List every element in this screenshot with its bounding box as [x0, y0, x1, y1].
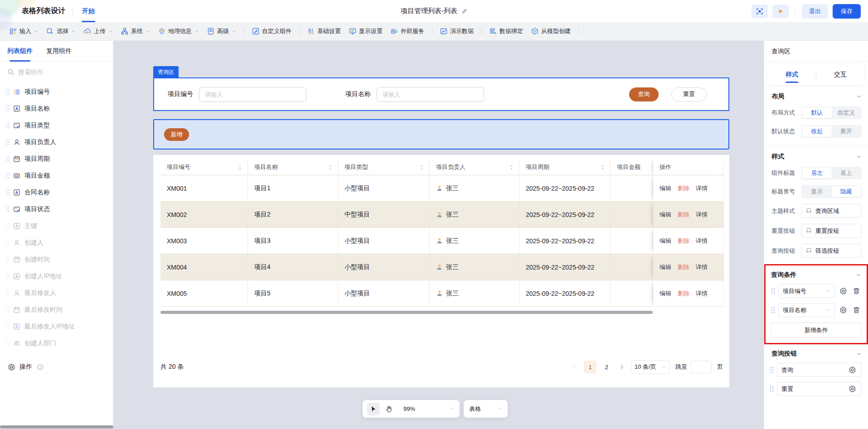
add-button[interactable]: 新增 [164, 128, 189, 141]
toolbar-item-custom-component[interactable]: 自定义组件 [248, 24, 296, 38]
sidebar-item[interactable]: 项目类型 [0, 117, 113, 134]
reset-button-style-picker[interactable]: 重置按钮 [801, 224, 862, 238]
query-button[interactable]: 查询 [629, 87, 659, 101]
segment-show[interactable]: 显示 [802, 186, 832, 197]
sidebar-item-actions[interactable]: 操作 [0, 358, 113, 376]
page-button-2[interactable]: 2 [600, 361, 613, 373]
delete-link[interactable]: 删除 [678, 289, 689, 298]
condition-delete-button[interactable] [851, 305, 861, 315]
condition-field-select[interactable]: 项目编号 [778, 284, 835, 298]
edit-link[interactable]: 编辑 [659, 184, 671, 193]
pan-tool-button[interactable] [383, 403, 395, 415]
segment-custom[interactable]: 自定义 [832, 107, 861, 118]
segment-default[interactable]: 默认 [802, 107, 832, 118]
detail-link[interactable]: 详情 [696, 263, 708, 271]
drag-handle-icon[interactable] [770, 386, 774, 392]
edit-link[interactable]: 编辑 [659, 263, 671, 271]
tab-style[interactable]: 样式 [768, 64, 816, 85]
theme-style-picker[interactable]: 查询区域 [801, 204, 862, 218]
sidebar-item[interactable]: 项目状态 [0, 201, 113, 217]
toolbar-item-external-service[interactable]: 外部服务 [387, 24, 428, 38]
query-button-style-picker[interactable]: 筛选按钮 [801, 244, 862, 258]
prev-page-button[interactable] [569, 362, 580, 372]
app-logo-grid-icon[interactable] [7, 6, 17, 16]
button-settings-button[interactable] [847, 365, 857, 375]
column-header[interactable]: 项目周期 [519, 159, 611, 175]
component-switcher[interactable]: 表格 [464, 400, 508, 418]
next-page-button[interactable] [616, 362, 627, 372]
column-header[interactable]: 项目金额 [611, 159, 653, 175]
column-header[interactable]: 项目负责人 [430, 159, 519, 175]
toolbar-item-demo-data[interactable]: 演示数据 [436, 24, 478, 38]
chevron-down-icon[interactable] [856, 272, 861, 278]
project-code-input[interactable] [199, 87, 306, 102]
tab-reusable-components[interactable]: 复用组件 [46, 41, 72, 62]
toolbar-item-from-model[interactable]: 从模型创建 [527, 24, 575, 38]
sidebar-item[interactable]: 合同名称 [0, 184, 113, 201]
run-preview-button[interactable] [772, 5, 789, 18]
fullscreen-preview-button[interactable] [752, 5, 768, 18]
column-header[interactable]: 项目类型 [338, 159, 430, 175]
chevron-down-icon[interactable] [856, 94, 862, 99]
segment-left[interactable]: 居左 [802, 168, 832, 178]
action-bar[interactable]: 新增 [153, 119, 729, 149]
drag-handle-icon[interactable] [771, 307, 775, 313]
page-button-1[interactable]: 1 [584, 361, 596, 373]
info-icon[interactable] [37, 364, 44, 371]
page-horizontal-scrollbar[interactable] [0, 425, 113, 429]
condition-delete-button[interactable] [851, 286, 861, 296]
detail-link[interactable]: 详情 [696, 237, 708, 245]
page-size-select[interactable]: 10 条/页 [631, 360, 670, 374]
column-header[interactable]: 项目编号 [160, 159, 248, 175]
toolbar-item-system[interactable]: 系统 [117, 24, 154, 38]
toolbar-item-geo[interactable]: 地理信息 [154, 24, 203, 38]
sort-icon[interactable] [600, 164, 606, 170]
toolbar-item-input[interactable]: 输入 [5, 24, 43, 38]
edit-link[interactable]: 编辑 [659, 237, 671, 245]
condition-settings-button[interactable] [838, 286, 848, 296]
sort-icon[interactable] [237, 164, 243, 170]
delete-link[interactable]: 删除 [678, 211, 689, 219]
chevron-down-icon[interactable] [856, 351, 862, 357]
sidebar-item[interactable]: 项目周期 [0, 150, 113, 167]
add-condition-button[interactable]: 新增条件 [771, 323, 861, 337]
column-header[interactable]: 操作 [653, 159, 724, 175]
condition-field-select[interactable]: 项目名称 [778, 303, 835, 317]
toolbar-item-base-settings[interactable]: 基础设置 [303, 24, 345, 38]
detail-link[interactable]: 详情 [696, 211, 708, 219]
condition-settings-button[interactable] [838, 305, 848, 315]
drag-handle-icon[interactable] [771, 288, 775, 294]
sidebar-item[interactable]: 项目名称 [0, 100, 113, 117]
edit-link[interactable]: 编辑 [659, 289, 671, 298]
zoom-select[interactable]: 99% [403, 405, 455, 412]
save-button[interactable]: 保存 [833, 4, 861, 19]
segment-hide[interactable]: 隐藏 [832, 186, 861, 197]
detail-link[interactable]: 详情 [696, 289, 708, 298]
jump-page-input[interactable] [691, 361, 712, 373]
query-area-tag[interactable]: 查询区 [153, 66, 179, 78]
table-horizontal-scrollbar[interactable] [160, 311, 653, 314]
toolbar-item-upload[interactable]: 上传 [80, 24, 117, 38]
tab-start[interactable]: 开始 [80, 0, 97, 22]
exit-button[interactable]: 退出 [802, 4, 828, 19]
column-header[interactable]: 项目名称 [248, 159, 338, 175]
sidebar-item[interactable]: 项目负责人 [0, 134, 113, 150]
toolbar-item-data-bind[interactable]: 数据绑定 [485, 24, 527, 38]
segment-collapsed[interactable]: 收起 [802, 126, 832, 137]
edit-pencil-icon[interactable] [461, 8, 467, 14]
sort-icon[interactable] [327, 164, 333, 170]
segment-expanded[interactable]: 展开 [832, 126, 861, 137]
toolbar-item-advanced[interactable]: 高级 [203, 24, 240, 38]
toolbar-item-display-settings[interactable]: 显示设置 [345, 24, 387, 38]
delete-link[interactable]: 删除 [678, 263, 689, 271]
project-name-input[interactable] [377, 87, 484, 102]
query-area[interactable]: 项目编号 项目名称 查询 重置 [153, 77, 729, 111]
tab-interaction[interactable]: 交互 [816, 64, 864, 85]
sort-icon[interactable] [419, 164, 425, 170]
sidebar-item[interactable]: 项目编号 [0, 83, 113, 100]
edit-link[interactable]: 编辑 [659, 211, 671, 219]
delete-link[interactable]: 删除 [678, 237, 689, 245]
reset-button[interactable]: 重置 [671, 87, 707, 101]
chevron-down-icon[interactable] [856, 154, 862, 159]
segment-top[interactable]: 居上 [832, 168, 861, 178]
